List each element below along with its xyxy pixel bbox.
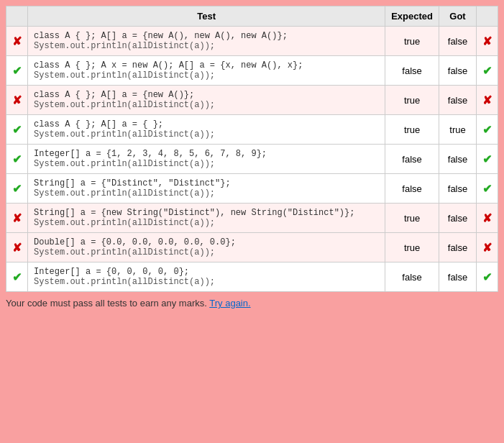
- table-row: ✔class A { }; A x = new A(); A[] a = {x,…: [6, 56, 498, 86]
- status-left-0: ✘: [6, 27, 28, 56]
- got-value-5: false: [439, 174, 477, 204]
- pass-icon-right: ✔: [482, 153, 492, 165]
- status-left-4: ✔: [6, 145, 28, 174]
- status-right-1: ✔: [477, 56, 498, 86]
- footer-link[interactable]: Try again.: [209, 298, 250, 309]
- status-right-4: ✔: [477, 145, 498, 174]
- pass-icon-right: ✔: [482, 124, 492, 136]
- expected-value-6: true: [385, 204, 439, 233]
- test-code-2: class A { }; A[] a = {new A()};System.ou…: [28, 86, 385, 115]
- pass-icon: ✔: [12, 124, 22, 136]
- expected-value-1: false: [385, 56, 439, 86]
- table-header-row: Test Expected Got: [6, 6, 498, 27]
- test-code-4: Integer[] a = {1, 2, 3, 4, 8, 5, 6, 7, 8…: [28, 145, 385, 174]
- expected-value-4: false: [385, 145, 439, 174]
- table-row: ✘class A { }; A[] a = {new A(), new A(),…: [6, 27, 498, 56]
- code-line1-2: class A { }; A[] a = {new A()};: [34, 90, 379, 100]
- table-row: ✔Integer[] a = {1, 2, 3, 4, 8, 5, 6, 7, …: [6, 145, 498, 174]
- status-right-3: ✔: [477, 115, 498, 145]
- pass-icon: ✔: [12, 271, 22, 283]
- got-value-4: false: [439, 145, 477, 174]
- status-right-6: ✘: [477, 204, 498, 233]
- status-left-6: ✘: [6, 204, 28, 233]
- code-line2-5: System.out.println(allDistinct(a));: [34, 188, 379, 198]
- code-line2-6: System.out.println(allDistinct(a));: [34, 218, 379, 228]
- status-left-1: ✔: [6, 56, 28, 86]
- got-value-8: false: [439, 262, 477, 292]
- pass-icon: ✔: [12, 153, 22, 165]
- expected-value-2: true: [385, 86, 439, 115]
- fail-icon: ✘: [12, 94, 22, 106]
- main-container: Test Expected Got ✘class A { }; A[] a = …: [6, 6, 498, 309]
- code-line2-1: System.out.println(allDistinct(a));: [34, 70, 379, 81]
- got-value-0: false: [439, 27, 477, 56]
- fail-icon-right: ✘: [482, 242, 492, 254]
- footer-message: Your code must pass all tests to earn an…: [6, 298, 207, 309]
- got-value-6: false: [439, 204, 477, 233]
- got-value-7: false: [439, 233, 477, 262]
- table-row: ✘String[] a = {new String("Distinct"), n…: [6, 204, 498, 233]
- test-code-3: class A { }; A[] a = { };System.out.prin…: [28, 115, 385, 145]
- pass-icon: ✔: [12, 65, 22, 77]
- code-line1-3: class A { }; A[] a = { };: [34, 119, 379, 129]
- code-line1-6: String[] a = {new String("Distinct"), ne…: [34, 208, 379, 218]
- got-value-2: false: [439, 86, 477, 115]
- expected-value-7: true: [385, 233, 439, 262]
- pass-icon-right: ✔: [482, 271, 492, 283]
- code-line2-2: System.out.println(allDistinct(a));: [34, 100, 379, 110]
- code-line2-7: System.out.println(allDistinct(a));: [34, 247, 379, 257]
- code-line1-1: class A { }; A x = new A(); A[] a = {x, …: [34, 60, 379, 70]
- test-code-6: String[] a = {new String("Distinct"), ne…: [28, 204, 385, 233]
- code-line1-4: Integer[] a = {1, 2, 3, 4, 8, 5, 6, 7, 8…: [34, 149, 379, 159]
- header-status-left: [6, 6, 28, 27]
- code-line2-0: System.out.println(allDistinct(a));: [34, 41, 379, 51]
- got-value-3: true: [439, 115, 477, 145]
- test-code-1: class A { }; A x = new A(); A[] a = {x, …: [28, 56, 385, 86]
- pass-icon-right: ✔: [482, 65, 492, 77]
- header-test: Test: [28, 6, 385, 27]
- test-code-0: class A { }; A[] a = {new A(), new A(), …: [28, 27, 385, 56]
- status-right-8: ✔: [477, 262, 498, 292]
- expected-value-3: true: [385, 115, 439, 145]
- test-code-5: String[] a = {"Distinct", "Distinct"};Sy…: [28, 174, 385, 204]
- footer: Your code must pass all tests to earn an…: [6, 298, 498, 309]
- status-right-7: ✘: [477, 233, 498, 262]
- test-code-7: Double[] a = {0.0, 0.0, 0.0, 0.0, 0.0};S…: [28, 233, 385, 262]
- fail-icon-right: ✘: [482, 212, 492, 224]
- fail-icon-right: ✘: [482, 35, 492, 47]
- test-results-table: Test Expected Got ✘class A { }; A[] a = …: [6, 6, 498, 292]
- status-left-2: ✘: [6, 86, 28, 115]
- code-line1-7: Double[] a = {0.0, 0.0, 0.0, 0.0, 0.0};: [34, 237, 379, 247]
- fail-icon: ✘: [12, 35, 22, 47]
- status-right-0: ✘: [477, 27, 498, 56]
- pass-icon-right: ✔: [482, 183, 492, 195]
- status-right-5: ✔: [477, 174, 498, 204]
- table-row: ✔String[] a = {"Distinct", "Distinct"};S…: [6, 174, 498, 204]
- status-right-2: ✘: [477, 86, 498, 115]
- status-left-5: ✔: [6, 174, 28, 204]
- fail-icon: ✘: [12, 212, 22, 224]
- test-code-8: Integer[] a = {0, 0, 0, 0, 0};System.out…: [28, 262, 385, 292]
- fail-icon-right: ✘: [482, 94, 492, 106]
- expected-value-8: false: [385, 262, 439, 292]
- fail-icon: ✘: [12, 242, 22, 254]
- code-line1-5: String[] a = {"Distinct", "Distinct"};: [34, 178, 379, 188]
- code-line2-3: System.out.println(allDistinct(a));: [34, 129, 379, 140]
- got-value-1: false: [439, 56, 477, 86]
- code-line1-8: Integer[] a = {0, 0, 0, 0, 0};: [34, 267, 379, 277]
- status-left-7: ✘: [6, 233, 28, 262]
- expected-value-0: true: [385, 27, 439, 56]
- header-status-right: [477, 6, 498, 27]
- header-expected: Expected: [385, 6, 439, 27]
- code-line2-8: System.out.println(allDistinct(a));: [34, 277, 379, 287]
- table-row: ✘Double[] a = {0.0, 0.0, 0.0, 0.0, 0.0};…: [6, 233, 498, 262]
- code-line2-4: System.out.println(allDistinct(a));: [34, 159, 379, 169]
- code-line1-0: class A { }; A[] a = {new A(), new A(), …: [34, 31, 379, 41]
- status-left-3: ✔: [6, 115, 28, 145]
- header-got: Got: [439, 6, 477, 27]
- table-row: ✔class A { }; A[] a = { };System.out.pri…: [6, 115, 498, 145]
- table-row: ✔Integer[] a = {0, 0, 0, 0, 0};System.ou…: [6, 262, 498, 292]
- expected-value-5: false: [385, 174, 439, 204]
- pass-icon: ✔: [12, 183, 22, 195]
- table-row: ✘class A { }; A[] a = {new A()};System.o…: [6, 86, 498, 115]
